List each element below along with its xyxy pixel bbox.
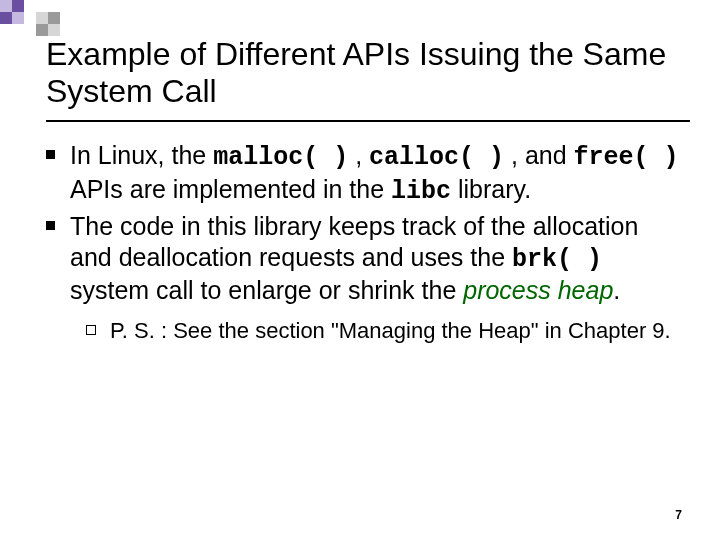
sub-bullet-item: P. S. : See the section "Managing the He… xyxy=(86,318,680,345)
sub-body: See the section "Managing the Heap" in C… xyxy=(173,318,671,343)
code-run: free( ) xyxy=(574,143,679,172)
text-run: system call to enlarge or shrink the xyxy=(70,276,463,304)
corner-decoration xyxy=(0,0,120,40)
sub-label: P. S. : xyxy=(110,318,173,343)
outline-square-bullet-icon xyxy=(86,318,110,345)
text-run: , xyxy=(348,141,369,169)
bullet-text: In Linux, the malloc( ) , calloc( ) , an… xyxy=(70,140,680,207)
bullet-item: The code in this library keeps track of … xyxy=(46,211,680,306)
text-run: library. xyxy=(451,175,531,203)
code-run: calloc( ) xyxy=(369,143,504,172)
title-underline xyxy=(46,120,690,122)
text-run: APIs are implemented in the xyxy=(70,175,391,203)
sub-bullet-text: P. S. : See the section "Managing the He… xyxy=(110,318,680,345)
bullet-text: The code in this library keeps track of … xyxy=(70,211,680,306)
code-run: libc xyxy=(391,177,451,206)
text-run: In Linux, the xyxy=(70,141,213,169)
text-run: . xyxy=(613,276,620,304)
code-run: brk( ) xyxy=(512,245,602,274)
slide-title: Example of Different APIs Issuing the Sa… xyxy=(46,36,680,110)
emphasis-run: process heap xyxy=(463,276,613,304)
sub-bullets: P. S. : See the section "Managing the He… xyxy=(86,318,680,345)
bullet-item: In Linux, the malloc( ) , calloc( ) , an… xyxy=(46,140,680,207)
square-bullet-icon xyxy=(46,140,70,207)
square-bullet-icon xyxy=(46,211,70,306)
slide-content: In Linux, the malloc( ) , calloc( ) , an… xyxy=(46,140,680,344)
text-run: , and xyxy=(504,141,574,169)
code-run: malloc( ) xyxy=(213,143,348,172)
page-number: 7 xyxy=(675,508,682,522)
